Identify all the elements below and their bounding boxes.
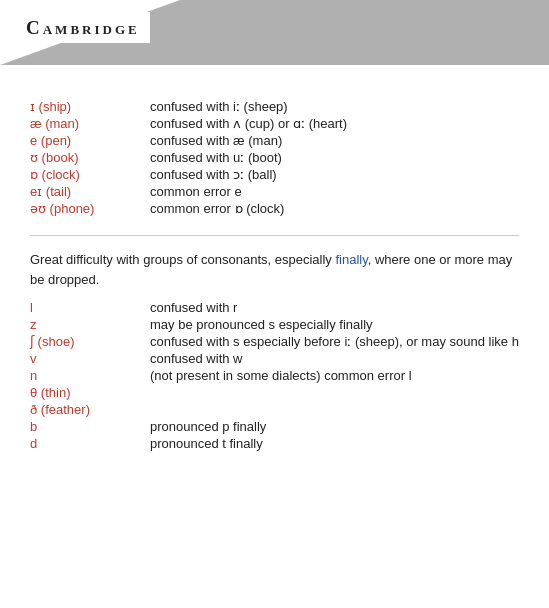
consonant-description: confused with s especially before iː (sh…	[150, 333, 519, 350]
table-row: vconfused with w	[30, 350, 519, 367]
vowel-symbol: æ (man)	[30, 115, 150, 132]
table-row: eɪ (tail)common error e	[30, 183, 519, 200]
consonant-description: (not present in some dialects) common er…	[150, 367, 519, 384]
vowel-symbol: ʊ (book)	[30, 149, 150, 166]
vowel-description: confused with ɔː (ball)	[150, 166, 519, 183]
vowel-symbol: ɒ (clock)	[30, 166, 150, 183]
vowel-description: confused with ʌ (cup) or ɑː (heart)	[150, 115, 519, 132]
divider	[30, 235, 519, 236]
consonant-description: confused with r	[150, 299, 519, 316]
main-content: ɪ (ship)confused with iː (sheep)æ (man)c…	[0, 80, 549, 472]
vowel-description: confused with æ (man)	[150, 132, 519, 149]
vowel-description: confused with iː (sheep)	[150, 98, 519, 115]
table-row: lconfused with r	[30, 299, 519, 316]
vowel-description: common error ɒ (clock)	[150, 200, 519, 217]
table-row: zmay be pronounced s especially finally	[30, 316, 519, 333]
consonant-symbol: d	[30, 435, 150, 452]
consonant-description	[150, 384, 519, 401]
consonants-intro: Great difficulty with groups of consonan…	[30, 250, 519, 289]
table-row: ʊ (book)confused with uː (boot)	[30, 149, 519, 166]
consonant-description: pronounced t finally	[150, 435, 519, 452]
consonant-symbol: z	[30, 316, 150, 333]
consonant-symbol: n	[30, 367, 150, 384]
finally-highlight: finally	[335, 252, 367, 267]
consonant-symbol: ð (feather)	[30, 401, 150, 418]
consonant-symbol: b	[30, 418, 150, 435]
table-row: n(not present in some dialects) common e…	[30, 367, 519, 384]
vowel-symbol: ɪ (ship)	[30, 98, 150, 115]
table-row: æ (man)confused with ʌ (cup) or ɑː (hear…	[30, 115, 519, 132]
table-row: əʊ (phone)common error ɒ (clock)	[30, 200, 519, 217]
table-row: e (pen)confused with æ (man)	[30, 132, 519, 149]
vowel-symbol: eɪ (tail)	[30, 183, 150, 200]
table-row: ʃ (shoe)confused with s especially befor…	[30, 333, 519, 350]
vowel-symbol: əʊ (phone)	[30, 200, 150, 217]
header: Cambridge	[0, 0, 549, 80]
consonant-symbol: l	[30, 299, 150, 316]
consonant-description: pronounced p finally	[150, 418, 519, 435]
consonants-section: Great difficulty with groups of consonan…	[30, 250, 519, 452]
vowels-table: ɪ (ship)confused with iː (sheep)æ (man)c…	[30, 98, 519, 217]
table-row: ɒ (clock)confused with ɔː (ball)	[30, 166, 519, 183]
consonant-symbol: v	[30, 350, 150, 367]
consonant-symbol: ʃ (shoe)	[30, 333, 150, 350]
table-row: ð (feather)	[30, 401, 519, 418]
table-row: θ (thin)	[30, 384, 519, 401]
table-row: dpronounced t finally	[30, 435, 519, 452]
consonant-description: may be pronounced s especially finally	[150, 316, 519, 333]
consonant-symbol: θ (thin)	[30, 384, 150, 401]
vowel-description: confused with uː (boot)	[150, 149, 519, 166]
vowels-section: ɪ (ship)confused with iː (sheep)æ (man)c…	[30, 98, 519, 217]
cambridge-title: Cambridge	[26, 17, 140, 38]
cambridge-logo: Cambridge	[18, 12, 150, 43]
vowel-symbol: e (pen)	[30, 132, 150, 149]
consonant-description	[150, 401, 519, 418]
consonants-table: lconfused with rzmay be pronounced s esp…	[30, 299, 519, 452]
table-row: bpronounced p finally	[30, 418, 519, 435]
vowel-description: common error e	[150, 183, 519, 200]
table-row: ɪ (ship)confused with iː (sheep)	[30, 98, 519, 115]
consonant-description: confused with w	[150, 350, 519, 367]
